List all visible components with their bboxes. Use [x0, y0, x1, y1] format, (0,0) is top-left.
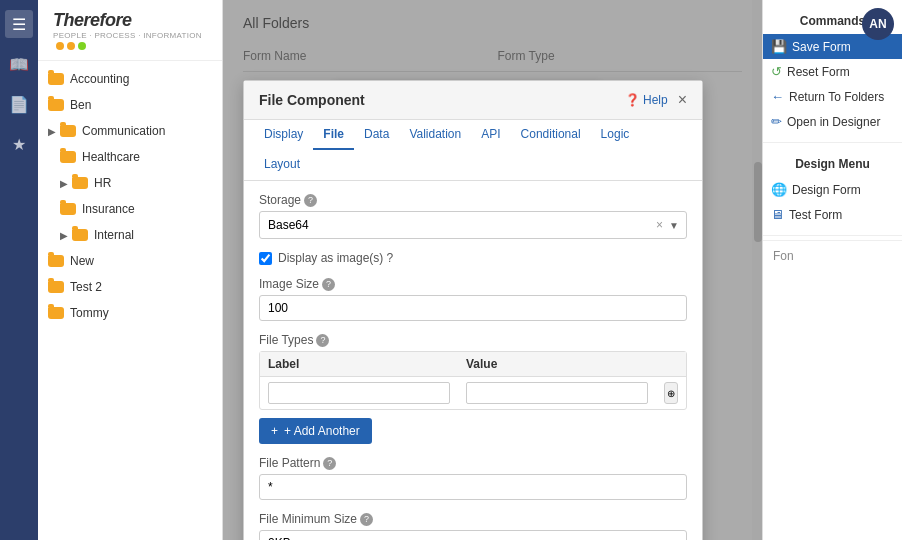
tab-layout[interactable]: Layout	[254, 150, 310, 180]
document-icon[interactable]: 📄	[5, 90, 33, 118]
file-type-label-input[interactable]	[268, 382, 450, 404]
star-icon[interactable]: ★	[5, 130, 33, 158]
file-min-size-group: File Minimum Size ?	[259, 512, 687, 540]
file-component-modal: File Component ❓ Help × Display File Dat…	[243, 80, 703, 540]
tab-logic[interactable]: Logic	[591, 120, 640, 150]
close-button[interactable]: ×	[678, 91, 687, 109]
reset-icon: ↺	[771, 64, 782, 79]
sidebar: Therefore PEOPLE · PROCESS · INFORMATION…	[38, 0, 223, 540]
main-content: All Folders Form Name Form Type File Com…	[223, 0, 762, 540]
display-as-images-label: Display as image(s) ?	[278, 251, 393, 265]
return-icon: ←	[771, 89, 784, 104]
modal-body: Storage ? Base64 URL S3 Azure GCS ×	[244, 181, 702, 540]
right-panel: AN Commands 💾 Save Form ↺ Reset Form ← R…	[762, 0, 902, 540]
menu-icon[interactable]: ☰	[5, 10, 33, 38]
modal-overlay: File Component ❓ Help × Display File Dat…	[223, 0, 762, 540]
file-pattern-help-icon[interactable]: ?	[323, 457, 336, 470]
tab-conditional[interactable]: Conditional	[511, 120, 591, 150]
reset-form-item[interactable]: ↺ Reset Form	[763, 59, 902, 84]
file-types-table: Label Value ⊕	[259, 351, 687, 410]
sidebar-item-internal[interactable]: ▶ Internal	[38, 222, 222, 248]
storage-select[interactable]: Base64 URL S3 Azure GCS	[259, 211, 687, 239]
file-types-header: Label Value	[260, 352, 686, 377]
image-size-label: Image Size ?	[259, 277, 687, 291]
display-as-images-checkbox[interactable]	[259, 252, 272, 265]
modal-tabs: Display File Data Validation API Conditi…	[244, 120, 702, 181]
file-types-group: File Types ? Label Value	[259, 333, 687, 444]
image-size-help-icon[interactable]: ?	[322, 278, 335, 291]
save-icon: 💾	[771, 39, 787, 54]
test-form-item[interactable]: 🖥 Test Form	[763, 202, 902, 227]
open-in-designer-item[interactable]: ✏ Open in Designer	[763, 109, 902, 134]
tab-file[interactable]: File	[313, 120, 354, 150]
tab-data[interactable]: Data	[354, 120, 399, 150]
modal-title: File Component	[259, 92, 365, 108]
sidebar-nav: Accounting Ben ▶ Communication Healthcar…	[38, 61, 222, 540]
tab-display[interactable]: Display	[254, 120, 313, 150]
design-menu-title: Design Menu	[763, 151, 902, 177]
left-icon-bar: ☰ 📖 📄 ★	[0, 0, 38, 540]
plus-icon: +	[271, 424, 278, 438]
file-types-label: File Types ?	[259, 333, 687, 347]
file-type-value-cell	[458, 377, 656, 409]
design-form-item[interactable]: 🌐 Design Form	[763, 177, 902, 202]
display-images-help-icon[interactable]: ?	[386, 251, 393, 265]
sidebar-item-accounting[interactable]: Accounting	[38, 66, 222, 92]
tab-validation[interactable]: Validation	[399, 120, 471, 150]
file-min-size-help-icon[interactable]: ?	[360, 513, 373, 526]
display-as-images-group: Display as image(s) ?	[259, 251, 687, 265]
file-type-action-button[interactable]: ⊕	[664, 382, 678, 404]
sidebar-item-hr[interactable]: ▶ HR	[38, 170, 222, 196]
file-pattern-group: File Pattern ?	[259, 456, 687, 500]
file-min-size-label: File Minimum Size ?	[259, 512, 687, 526]
file-pattern-input[interactable]	[259, 474, 687, 500]
file-types-help-icon[interactable]: ?	[316, 334, 329, 347]
help-icon: ❓	[625, 93, 640, 107]
design-icon: 🌐	[771, 182, 787, 197]
help-link[interactable]: ❓ Help	[625, 93, 668, 107]
image-size-input[interactable]	[259, 295, 687, 321]
modal-header-right: ❓ Help ×	[625, 91, 687, 109]
logo: Therefore PEOPLE · PROCESS · INFORMATION	[38, 0, 222, 61]
test-icon: 🖥	[771, 207, 784, 222]
storage-help-icon[interactable]: ?	[304, 194, 317, 207]
sidebar-item-ben[interactable]: Ben	[38, 92, 222, 118]
user-avatar: AN	[862, 8, 894, 40]
file-pattern-label: File Pattern ?	[259, 456, 687, 470]
file-type-action-cell: ⊕	[656, 377, 686, 409]
book-icon[interactable]: 📖	[5, 50, 33, 78]
open-icon: ✏	[771, 114, 782, 129]
storage-label: Storage ?	[259, 193, 687, 207]
sidebar-item-healthcare[interactable]: Healthcare	[38, 144, 222, 170]
logo-text: Therefore	[53, 10, 202, 31]
select-clear-icon[interactable]: ×	[656, 218, 663, 232]
storage-group: Storage ? Base64 URL S3 Azure GCS ×	[259, 193, 687, 239]
sidebar-item-new[interactable]: New	[38, 248, 222, 274]
add-another-button[interactable]: + + Add Another	[259, 418, 372, 444]
fon-label: Fon	[763, 240, 902, 271]
storage-select-wrapper: Base64 URL S3 Azure GCS ×	[259, 211, 687, 239]
sidebar-item-test2[interactable]: Test 2	[38, 274, 222, 300]
sidebar-item-insurance[interactable]: Insurance	[38, 196, 222, 222]
file-min-size-input[interactable]	[259, 530, 687, 540]
sidebar-item-tommy[interactable]: Tommy	[38, 300, 222, 326]
file-type-label-cell	[260, 377, 458, 409]
file-types-row: ⊕	[260, 377, 686, 409]
tab-api[interactable]: API	[471, 120, 510, 150]
file-type-value-input[interactable]	[466, 382, 648, 404]
return-to-folders-item[interactable]: ← Return To Folders	[763, 84, 902, 109]
design-menu-section: Design Menu 🌐 Design Form 🖥 Test Form	[763, 143, 902, 236]
image-size-group: Image Size ?	[259, 277, 687, 321]
logo-tagline: PEOPLE · PROCESS · INFORMATION	[53, 31, 202, 40]
modal-header: File Component ❓ Help ×	[244, 81, 702, 120]
sidebar-item-communication[interactable]: ▶ Communication	[38, 118, 222, 144]
logo-dots	[56, 42, 202, 50]
